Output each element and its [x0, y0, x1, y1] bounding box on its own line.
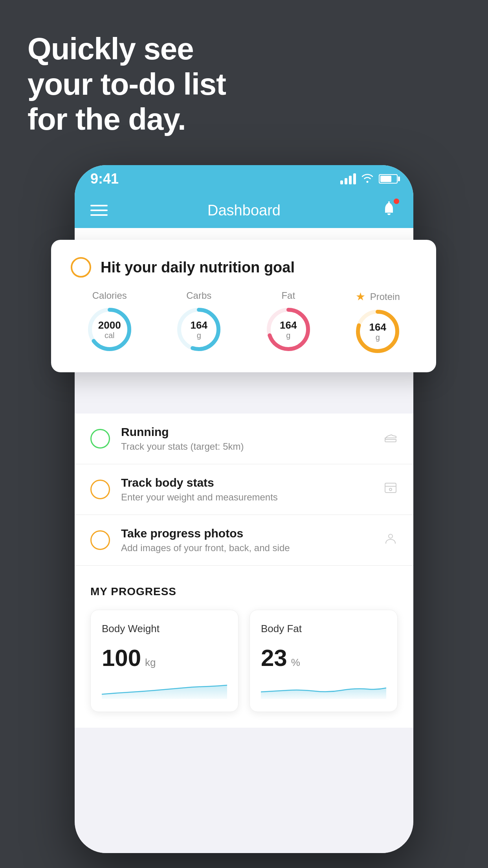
body-fat-title: Body Fat	[261, 623, 386, 635]
nav-title: Dashboard	[207, 202, 281, 219]
phone-shadow-overlay	[75, 794, 413, 853]
fat-donut: 164 g	[265, 306, 312, 353]
wifi-icon	[361, 173, 374, 186]
photos-subtitle: Add images of your front, back, and side	[121, 542, 372, 554]
signal-bars-icon	[340, 173, 356, 184]
nutrition-protein: ★ Protein 164 g	[354, 290, 401, 355]
status-icons	[340, 173, 398, 186]
photos-check-circle	[90, 530, 110, 550]
body-weight-value: 100	[102, 644, 141, 671]
body-fat-unit: %	[291, 657, 300, 669]
body-stats-text: Track body stats Enter your weight and m…	[121, 476, 372, 503]
running-text: Running Track your stats (target: 5km)	[121, 425, 372, 452]
body-stats-check-circle	[90, 480, 110, 499]
carbs-value: 164	[191, 320, 207, 331]
card-title-row: Hit your daily nutrition goal	[71, 257, 416, 278]
list-item[interactable]: Running Track your stats (target: 5km)	[75, 414, 413, 464]
body-weight-title: Body Weight	[102, 623, 227, 635]
nutrition-card-title: Hit your daily nutrition goal	[101, 259, 295, 276]
hero-line1: Quickly see	[28, 31, 226, 67]
protein-unit: g	[369, 333, 386, 341]
nutrition-check-circle	[71, 257, 91, 278]
nutrition-fat: Fat 164 g	[265, 290, 312, 355]
hamburger-menu-icon[interactable]	[90, 205, 108, 216]
body-stats-title: Track body stats	[121, 476, 372, 489]
running-title: Running	[121, 425, 372, 439]
person-icon	[383, 531, 398, 549]
hero-line3: for the day.	[28, 102, 226, 137]
calories-label: Calories	[92, 290, 127, 301]
calories-unit: cal	[98, 331, 121, 339]
calories-donut: 2000 cal	[86, 306, 133, 353]
nav-bar: Dashboard	[75, 193, 413, 228]
body-weight-unit: kg	[145, 657, 156, 669]
shoe-icon	[383, 430, 398, 447]
body-weight-card[interactable]: Body Weight 100 kg	[90, 610, 238, 712]
fat-unit: g	[280, 331, 297, 339]
body-fat-card[interactable]: Body Fat 23 %	[250, 610, 398, 712]
body-weight-chart	[102, 679, 227, 699]
list-item[interactable]: Track body stats Enter your weight and m…	[75, 464, 413, 515]
nutrition-carbs: Carbs 164 g	[175, 290, 222, 355]
list-item[interactable]: Take progress photos Add images of your …	[75, 515, 413, 566]
body-weight-value-row: 100 kg	[102, 644, 227, 671]
notification-dot	[394, 199, 399, 204]
photos-text: Take progress photos Add images of your …	[121, 527, 372, 554]
protein-label: Protein	[370, 291, 400, 302]
progress-cards: Body Weight 100 kg	[90, 610, 398, 712]
svg-rect-0	[388, 201, 390, 203]
calories-value: 2000	[98, 320, 121, 331]
photos-title: Take progress photos	[121, 527, 372, 540]
body-fat-value: 23	[261, 644, 287, 671]
progress-header: MY PROGRESS	[90, 585, 398, 598]
nutrition-grid: Calories 2000 cal Carbs	[71, 290, 416, 355]
carbs-donut: 164 g	[175, 306, 222, 353]
protein-value: 164	[369, 322, 386, 333]
running-check-circle	[90, 429, 110, 449]
protein-donut: 164 g	[354, 308, 401, 355]
body-fat-value-row: 23 %	[261, 644, 386, 671]
status-bar: 9:41	[75, 165, 413, 193]
star-icon: ★	[356, 290, 365, 303]
nutrition-calories: Calories 2000 cal	[86, 290, 133, 355]
todo-list: Running Track your stats (target: 5km) T…	[75, 414, 413, 566]
fat-value: 164	[280, 320, 297, 331]
running-subtitle: Track your stats (target: 5km)	[121, 441, 372, 452]
body-stats-subtitle: Enter your weight and measurements	[121, 492, 372, 503]
hero-line2: your to-do list	[28, 67, 226, 102]
body-fat-chart	[261, 679, 386, 699]
nutrition-card: Hit your daily nutrition goal Calories 2…	[51, 240, 436, 372]
svg-point-2	[389, 488, 392, 491]
progress-section: MY PROGRESS Body Weight 100 kg	[75, 566, 413, 728]
battery-icon	[379, 174, 398, 184]
bell-icon[interactable]	[380, 200, 398, 221]
scale-icon	[383, 481, 398, 498]
carbs-label: Carbs	[186, 290, 211, 301]
hero-text: Quickly see your to-do list for the day.	[28, 31, 226, 137]
svg-point-3	[389, 534, 393, 538]
status-time: 9:41	[90, 171, 119, 187]
fat-label: Fat	[281, 290, 295, 301]
carbs-unit: g	[191, 331, 207, 339]
